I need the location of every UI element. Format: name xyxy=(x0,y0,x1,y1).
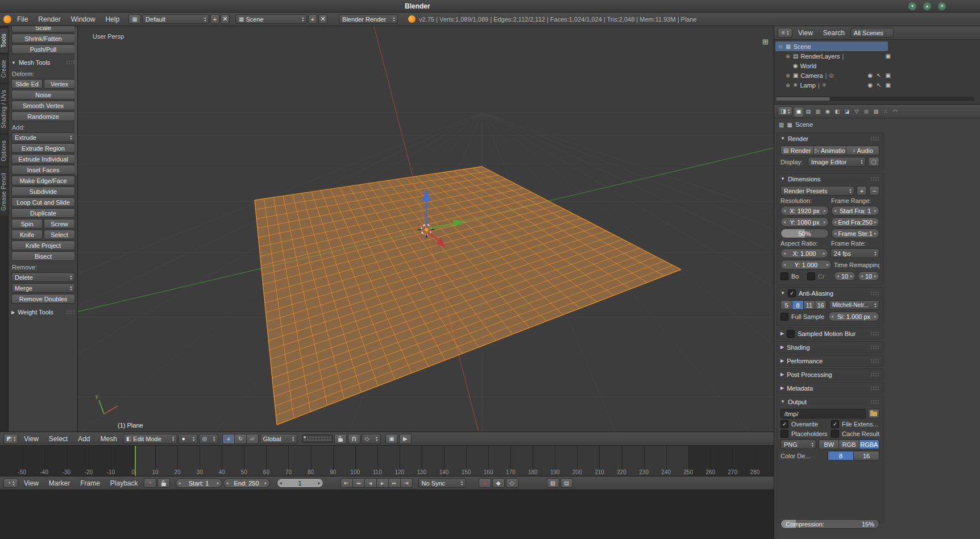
shelf-tab-shading-uvs[interactable]: Shading / UVs xyxy=(0,85,9,134)
restrict-view-icon[interactable]: ◉ xyxy=(867,72,873,78)
manipulator-rotate-button[interactable]: ↻ xyxy=(234,434,247,444)
blender-logo-icon[interactable] xyxy=(3,15,11,23)
remove-preset-button[interactable]: − xyxy=(869,186,879,196)
layers-widget[interactable] xyxy=(302,434,333,443)
shelf-button-spin[interactable]: Spin xyxy=(11,219,43,229)
viewport-canvas[interactable]: y xyxy=(78,26,774,432)
previous-keyframe-button[interactable]: ◂◂ xyxy=(352,478,365,488)
layer-toggle-6[interactable] xyxy=(318,436,320,438)
render-presets-dropdown[interactable]: Render Presets ▴▾ xyxy=(780,186,854,196)
lock-time-button[interactable] xyxy=(157,478,170,488)
outliner-row-camera[interactable]: ⊕▣Camera|◎◉↖▣ xyxy=(775,71,895,80)
restrict-select-icon[interactable]: ↖ xyxy=(877,82,881,88)
outliner-display-mode-dropdown[interactable]: All Scenes xyxy=(850,28,894,38)
expander-closed-icon[interactable]: ⊕ xyxy=(785,82,791,88)
outliner-scrollbar[interactable] xyxy=(775,97,974,101)
shelf-tab-tools[interactable]: Tools xyxy=(0,28,9,53)
layer-toggle-18[interactable] xyxy=(323,439,326,441)
timeline-menu-playback[interactable]: Playback xyxy=(106,476,143,490)
increment-arrow-icon[interactable]: ▸ xyxy=(823,251,825,256)
shelf-tab-create[interactable]: Create xyxy=(0,55,9,83)
menu-file[interactable]: File xyxy=(13,13,32,26)
remap-old-field[interactable]: ◂10▸ xyxy=(834,271,856,281)
scene-dropdown[interactable]: ▦ Scene ▴▾ xyxy=(235,14,307,24)
sampled-motion-blur-checkbox[interactable]: ✓ xyxy=(787,330,795,338)
layer-toggle-3[interactable] xyxy=(309,436,312,438)
restrict-render-icon[interactable]: ▣ xyxy=(886,53,891,59)
layer-toggle-10[interactable] xyxy=(329,436,331,438)
tab-material[interactable]: ◎ xyxy=(862,106,871,117)
shelf-button-merge[interactable]: Merge▴▾ xyxy=(11,283,75,293)
tab-texture[interactable]: ▨ xyxy=(871,106,881,117)
increment-arrow-icon[interactable]: ▸ xyxy=(824,219,826,225)
keying-set-button[interactable]: ◆ xyxy=(492,478,505,488)
menu-render[interactable]: Render xyxy=(34,13,65,26)
minimize-icon[interactable]: ▾ xyxy=(908,2,916,10)
expand-region-plus-icon[interactable]: ⊞ xyxy=(762,38,769,46)
restrict-render-icon[interactable]: ▣ xyxy=(886,72,891,78)
increment-arrow-icon[interactable]: ▸ xyxy=(874,219,877,225)
depth-8-button[interactable]: 8 xyxy=(828,451,854,461)
resolution-y-field[interactable]: ◂Y: 1080 px▸ xyxy=(780,217,829,227)
outliner-menu-search[interactable]: Search xyxy=(819,26,849,39)
transform-orientation-dropdown[interactable]: Global ▴▾ xyxy=(260,434,297,444)
use-preview-range-button[interactable]: ◔ xyxy=(144,478,156,488)
shelf-button-scale[interactable]: Scale xyxy=(11,26,75,32)
shelf-button-subdivide[interactable]: Subdivide xyxy=(11,186,75,196)
pivot-point-dropdown[interactable]: ◎▴▾ xyxy=(199,434,218,444)
shelf-button-screw[interactable]: Screw xyxy=(44,219,75,229)
tab-render-layers[interactable]: ▤ xyxy=(804,106,813,117)
shelf-button-duplicate[interactable]: Duplicate xyxy=(11,208,75,218)
manipulator-scale-button[interactable]: ▱ xyxy=(246,434,259,444)
screen-layout-dropdown[interactable]: Default ▴▾ xyxy=(142,14,209,24)
layer-toggle-12[interactable] xyxy=(306,439,309,441)
increment-arrow-icon[interactable]: ▸ xyxy=(217,480,219,486)
viewport-menu-add[interactable]: Add xyxy=(73,432,94,445)
aa-samples-8-button[interactable]: 8 xyxy=(792,300,804,310)
viewport-menu-view[interactable]: View xyxy=(19,432,43,445)
scrollbar-thumb[interactable] xyxy=(776,97,830,101)
increment-arrow-icon[interactable]: ▸ xyxy=(874,208,877,213)
current-frame-field[interactable]: ◂ 1 ▸ xyxy=(277,478,323,488)
delete-layout-button[interactable]: ✕ xyxy=(221,14,230,24)
post-processing-panel-header[interactable]: ▶ Post Processing xyxy=(777,369,883,380)
timeline-menu-marker[interactable]: Marker xyxy=(44,476,74,490)
shelf-button-bisect[interactable]: Bisect xyxy=(11,251,75,261)
output-panel-header[interactable]: ▼ Output xyxy=(777,396,883,407)
remap-new-field[interactable]: ◂10▸ xyxy=(858,271,879,281)
menu-help[interactable]: Help xyxy=(101,13,124,26)
tab-render[interactable]: ▣ xyxy=(794,106,803,117)
shelf-button-vertex[interactable]: Vertex xyxy=(44,79,75,89)
increment-arrow-icon[interactable]: ▸ xyxy=(827,262,829,267)
outliner-row-renderlayers[interactable]: ⊕▤RenderLayers|▣ xyxy=(775,51,895,61)
snap-element-dropdown[interactable]: ◇▴▾ xyxy=(362,434,381,444)
expander-closed-icon[interactable]: ⊕ xyxy=(785,73,791,78)
shelf-button-shrink-fatten[interactable]: Shrink/Fatten xyxy=(11,34,75,43)
file-format-dropdown[interactable]: PNG▴▾ xyxy=(780,440,816,449)
snap-toggle-button[interactable]: U xyxy=(348,434,360,444)
record-button[interactable]: ● xyxy=(479,478,491,488)
properties-editor-type-button[interactable]: ◨▴▾ xyxy=(778,106,792,116)
shelf-button-inset-faces[interactable]: Inset Faces xyxy=(11,165,75,175)
display-mode-dropdown[interactable]: Image Editor ▴▾ xyxy=(808,157,866,167)
border-checkbox[interactable]: ✓ xyxy=(780,272,788,280)
placeholders-checkbox[interactable]: ✓ xyxy=(780,430,788,438)
viewport-shading-dropdown[interactable]: ●▴▾ xyxy=(178,434,198,444)
auto-keyframe-button[interactable]: ▧ xyxy=(547,478,559,488)
render-button[interactable]: ▤Render xyxy=(780,146,814,155)
frame-step-field[interactable]: ◂Frame Ste:1▸ xyxy=(831,229,879,238)
increment-arrow-icon[interactable]: ▸ xyxy=(874,314,877,319)
manipulator-translate-button[interactable]: + xyxy=(222,434,235,444)
restrict-render-icon[interactable]: ▣ xyxy=(886,82,891,88)
frame-rate-dropdown[interactable]: 24 fps▴▾ xyxy=(830,248,879,258)
layer-toggle-17[interactable] xyxy=(321,439,323,441)
shelf-button-delete[interactable]: Delete▴▾ xyxy=(11,272,75,282)
anti-aliasing-checkbox[interactable]: ✓ xyxy=(788,289,796,297)
restrict-view-icon[interactable]: ◉ xyxy=(867,82,873,88)
layer-toggle-19[interactable] xyxy=(326,439,329,441)
shelf-button-randomize[interactable]: Randomize xyxy=(11,111,75,121)
expander-closed-icon[interactable]: ⊕ xyxy=(785,53,791,59)
next-keyframe-button[interactable]: ▸▸ xyxy=(388,478,401,488)
render-animation-button[interactable]: ▷Animatio xyxy=(813,146,847,155)
performance-panel-header[interactable]: ▶ Performance xyxy=(777,355,883,366)
